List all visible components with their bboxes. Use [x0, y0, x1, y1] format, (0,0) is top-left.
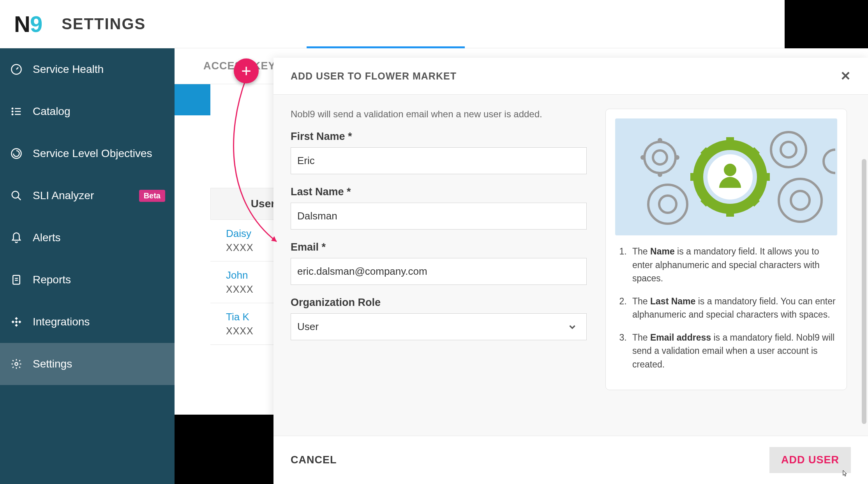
- email-label: Email *: [291, 241, 587, 253]
- help-illustration: [615, 118, 837, 235]
- scrollbar[interactable]: [862, 159, 866, 424]
- sidebar-item-label: Settings: [33, 358, 72, 370]
- report-icon: [9, 273, 23, 287]
- plus-icon: +: [241, 61, 251, 81]
- svg-point-27: [640, 155, 645, 160]
- modal-footer: CANCEL ADD USER: [273, 436, 868, 484]
- first-name-label: First Name *: [291, 131, 587, 143]
- target-icon: [9, 147, 23, 161]
- svg-point-1: [12, 108, 14, 110]
- role-select[interactable]: User: [291, 313, 587, 340]
- svg-point-38: [724, 164, 736, 176]
- svg-point-5: [12, 113, 14, 115]
- add-user-modal: ADD USER TO FLOWER MARKET ✕ Nobl9 will s…: [273, 58, 868, 484]
- sidebar-item-alerts[interactable]: Alerts: [0, 217, 175, 259]
- sidebar-item-label: Integrations: [33, 316, 90, 328]
- help-item: The Email address is a mandatory field. …: [629, 331, 837, 371]
- svg-rect-32: [760, 173, 770, 181]
- svg-rect-6: [15, 114, 21, 115]
- svg-rect-30: [726, 207, 734, 217]
- bottom-blackout: [175, 415, 273, 484]
- sidebar-item-reports[interactable]: Reports: [0, 259, 175, 301]
- selection-strip: [175, 84, 210, 115]
- modal-header: ADD USER TO FLOWER MARKET ✕: [273, 58, 868, 95]
- last-name-label: Last Name *: [291, 186, 587, 198]
- close-button[interactable]: ✕: [840, 69, 851, 83]
- gauge-icon: [9, 62, 23, 76]
- cancel-button[interactable]: CANCEL: [291, 454, 337, 466]
- puzzle-icon: [9, 315, 23, 329]
- help-item: The Name is a mandatory field. It allows…: [629, 245, 837, 285]
- sidebar-item-settings[interactable]: Settings: [0, 343, 175, 385]
- sidebar-item-service-health[interactable]: Service Health: [0, 48, 175, 90]
- analyzer-icon: [9, 189, 23, 203]
- app-logo[interactable]: N9: [14, 11, 42, 37]
- app-header: N9 SETTINGS: [0, 0, 868, 48]
- first-name-input[interactable]: [291, 147, 587, 174]
- svg-point-26: [658, 172, 662, 177]
- add-user-button[interactable]: ADD USER: [769, 447, 851, 473]
- page-title: SETTINGS: [62, 15, 146, 33]
- form-column: Nobl9 will send a validation email when …: [291, 109, 587, 422]
- email-input[interactable]: [291, 258, 587, 285]
- svg-rect-29: [726, 137, 734, 147]
- logo-letter-n: N: [14, 11, 30, 37]
- svg-rect-4: [15, 111, 21, 112]
- role-label: Organization Role: [291, 297, 587, 309]
- logo-digit-9: 9: [30, 11, 42, 37]
- beta-badge: Beta: [139, 190, 165, 202]
- help-panel: The Name is a mandatory field. It allows…: [605, 109, 847, 390]
- help-item: The Last Name is a mandatory field. You …: [629, 295, 837, 321]
- last-name-input[interactable]: [291, 203, 587, 230]
- sidebar-item-label: Service Health: [33, 63, 104, 76]
- svg-point-3: [12, 111, 14, 113]
- modal-title: ADD USER TO FLOWER MARKET: [291, 71, 457, 82]
- sidebar-item-sli-analyzer[interactable]: SLI Analyzer Beta: [0, 175, 175, 217]
- close-icon: ✕: [840, 69, 851, 83]
- add-user-fab[interactable]: +: [234, 58, 259, 83]
- sidebar-item-label: Reports: [33, 274, 71, 286]
- svg-point-24: [658, 138, 662, 143]
- sidebar-item-label: Catalog: [33, 105, 71, 118]
- svg-rect-2: [15, 108, 21, 109]
- sidebar: Service Health Catalog Service Level Obj…: [0, 48, 175, 484]
- gear-icon: [9, 357, 23, 371]
- sidebar-item-label: SLI Analyzer: [33, 189, 94, 202]
- form-hint: Nobl9 will send a validation email when …: [291, 109, 587, 120]
- svg-rect-31: [690, 173, 700, 181]
- svg-point-8: [12, 191, 19, 198]
- cursor-icon: [840, 469, 849, 479]
- header-blackout: [785, 0, 868, 48]
- sidebar-item-integrations[interactable]: Integrations: [0, 301, 175, 343]
- list-icon: [9, 104, 23, 118]
- svg-point-25: [675, 155, 679, 160]
- bell-icon: [9, 231, 23, 245]
- svg-line-9: [18, 197, 21, 200]
- svg-point-13: [15, 362, 18, 366]
- sidebar-item-catalog[interactable]: Catalog: [0, 90, 175, 132]
- sidebar-item-slo[interactable]: Service Level Objectives: [0, 132, 175, 175]
- sidebar-item-label: Alerts: [33, 231, 61, 244]
- sidebar-item-label: Service Level Objectives: [33, 147, 152, 160]
- modal-body: Nobl9 will send a validation email when …: [273, 95, 868, 436]
- help-list: The Name is a mandatory field. It allows…: [615, 245, 837, 371]
